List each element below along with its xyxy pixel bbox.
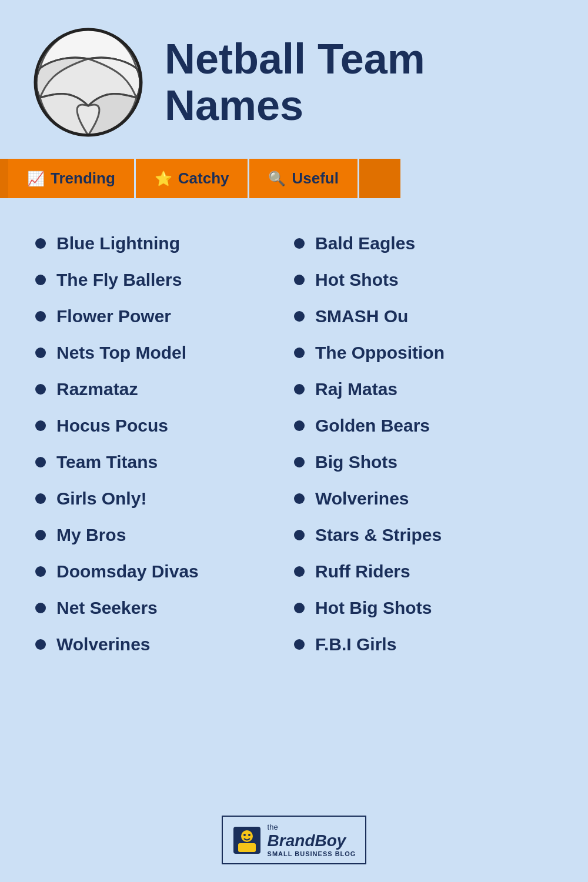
page-container: Netball Team Names 📈 Trending ⭐ Catchy 🔍… — [0, 0, 588, 882]
netball-icon — [29, 24, 147, 141]
bullet — [35, 384, 46, 395]
tab-useful-label: Useful — [292, 169, 338, 188]
bullet — [35, 639, 46, 650]
bullet — [294, 493, 305, 504]
bullet — [35, 275, 46, 285]
list-item: The Opposition — [294, 337, 553, 369]
bullet — [35, 566, 46, 577]
list-item: SMASH Ou — [294, 300, 553, 332]
item-text: Team Titans — [56, 452, 158, 472]
brandboy-logo: the BrandBoy SMALL BUSINESS BLOG — [222, 816, 367, 864]
list-item: My Bros — [35, 519, 294, 551]
bullet — [294, 238, 305, 249]
item-text: Wolverines — [56, 634, 151, 654]
useful-icon: 🔍 — [268, 171, 286, 187]
bullet — [35, 238, 46, 249]
svg-point-4 — [243, 834, 246, 836]
svg-rect-6 — [238, 843, 256, 852]
item-text: My Bros — [56, 525, 126, 545]
lists-container: Blue Lightning The Fly Ballers Flower Po… — [0, 216, 588, 798]
list-item: Raj Matas — [294, 373, 553, 405]
item-text: SMASH Ou — [315, 306, 408, 326]
list-item: Hot Big Shots — [294, 592, 553, 624]
page-title: Netball Team Names — [165, 36, 559, 129]
bullet — [35, 420, 46, 431]
bullet — [294, 311, 305, 322]
bullet — [294, 384, 305, 395]
bullet — [35, 493, 46, 504]
item-text: Bald Eagles — [315, 233, 415, 253]
list-item: Net Seekers — [35, 592, 294, 624]
item-text: Golden Bears — [315, 416, 430, 436]
bullet — [35, 348, 46, 358]
list-item: Stars & Stripes — [294, 519, 553, 551]
brandboy-the: the — [268, 823, 278, 831]
list-item: Golden Bears — [294, 410, 553, 442]
bullet — [294, 603, 305, 613]
item-text: Flower Power — [56, 306, 171, 326]
bullet — [294, 639, 305, 650]
item-text: Doomsday Divas — [56, 562, 199, 582]
item-text: Net Seekers — [56, 598, 158, 618]
tab-extra — [359, 159, 400, 198]
list-item: Big Shots — [294, 446, 553, 478]
item-text: Hot Big Shots — [315, 598, 432, 618]
bullet — [294, 275, 305, 285]
list-item: Doomsday Divas — [35, 556, 294, 587]
item-text: Big Shots — [315, 452, 397, 472]
item-text: Nets Top Model — [56, 343, 186, 363]
tab-bar: 📈 Trending ⭐ Catchy 🔍 Useful — [0, 159, 588, 198]
item-text: Wolverines — [315, 489, 409, 509]
bullet — [35, 530, 46, 540]
list-item: Hocus Pocus — [35, 410, 294, 442]
item-text: F.B.I Girls — [315, 634, 396, 654]
item-text: Ruff Riders — [315, 562, 410, 582]
brandboy-name: BrandBoy — [268, 831, 346, 850]
left-accent — [0, 159, 8, 198]
left-column: Blue Lightning The Fly Ballers Flower Po… — [35, 228, 294, 786]
catchy-icon: ⭐ — [155, 171, 172, 187]
bullet — [35, 457, 46, 467]
list-item: F.B.I Girls — [294, 629, 553, 660]
item-text: The Opposition — [315, 343, 445, 363]
item-text: The Fly Ballers — [56, 270, 182, 290]
item-text: Girls Only! — [56, 489, 146, 509]
list-item: Ruff Riders — [294, 556, 553, 587]
list-item: Team Titans — [35, 446, 294, 478]
tab-trending[interactable]: 📈 Trending — [8, 159, 136, 198]
list-item: Nets Top Model — [35, 337, 294, 369]
item-text: Hocus Pocus — [56, 416, 168, 436]
list-item: The Fly Ballers — [35, 264, 294, 296]
list-item: Hot Shots — [294, 264, 553, 296]
bullet — [294, 457, 305, 467]
bullet — [294, 420, 305, 431]
bullet — [294, 566, 305, 577]
item-text: Hot Shots — [315, 270, 399, 290]
list-item: Razmataz — [35, 373, 294, 405]
item-text: Stars & Stripes — [315, 525, 442, 545]
tab-catchy-label: Catchy — [178, 169, 229, 188]
item-text: Raj Matas — [315, 379, 397, 399]
bullet — [35, 603, 46, 613]
footer: the BrandBoy SMALL BUSINESS BLOG — [0, 798, 588, 882]
list-item: Wolverines — [35, 629, 294, 660]
brandboy-mascot-icon — [232, 826, 262, 855]
brandboy-text: the BrandBoy SMALL BUSINESS BLOG — [268, 823, 356, 857]
bullet — [294, 530, 305, 540]
header: Netball Team Names — [0, 0, 588, 153]
bullet — [35, 311, 46, 322]
list-item: Girls Only! — [35, 483, 294, 514]
item-text: Razmataz — [56, 379, 138, 399]
list-item: Blue Lightning — [35, 228, 294, 259]
trending-icon: 📈 — [27, 171, 45, 187]
right-column: Bald Eagles Hot Shots SMASH Ou The Oppos… — [294, 228, 553, 786]
tab-catchy[interactable]: ⭐ Catchy — [136, 159, 250, 198]
item-text: Blue Lightning — [56, 233, 180, 253]
tab-useful[interactable]: 🔍 Useful — [249, 159, 359, 198]
tab-trending-label: Trending — [51, 169, 115, 188]
brandboy-sub: SMALL BUSINESS BLOG — [268, 850, 356, 857]
bullet — [294, 348, 305, 358]
list-item: Bald Eagles — [294, 228, 553, 259]
list-item: Wolverines — [294, 483, 553, 514]
svg-point-5 — [248, 834, 250, 836]
